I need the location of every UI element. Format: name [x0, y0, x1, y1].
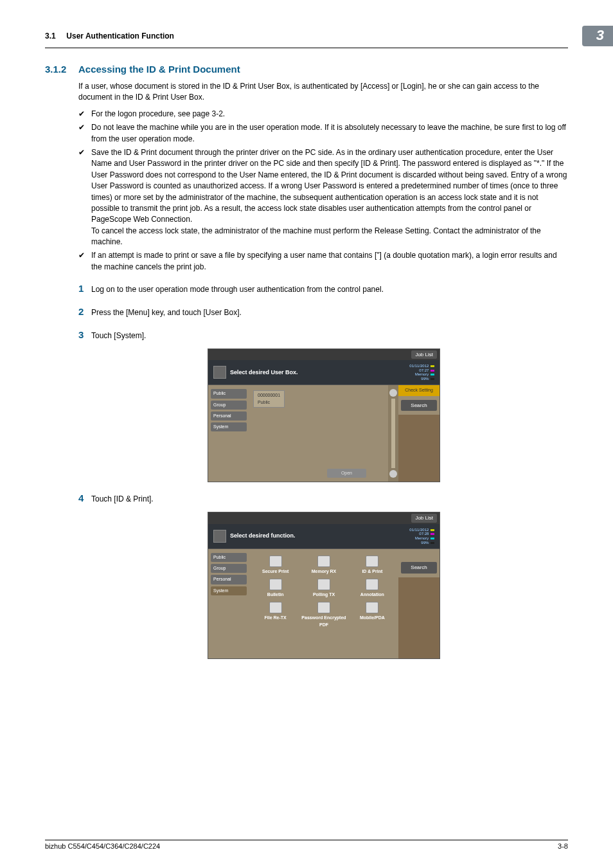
fn-file-re-tx[interactable]: File Re-TX: [253, 602, 298, 628]
page-footer: bizhub C554/C454/C364/C284/C224 3-8: [45, 840, 568, 850]
id-print-icon: [366, 556, 378, 567]
doc-icon: [213, 366, 226, 379]
search-button[interactable]: Search: [401, 400, 437, 411]
step-text: Touch [System].: [91, 330, 146, 341]
tab-group[interactable]: Group: [211, 401, 247, 410]
user-box-id: 000000001: [258, 393, 280, 397]
check-icon: ✔: [78, 147, 91, 248]
job-list-button[interactable]: Job List: [411, 350, 437, 359]
section-ref: 3.1: [45, 32, 56, 41]
check-setting-button[interactable]: Check Setting: [398, 385, 440, 395]
fn-id-print[interactable]: ID & Print: [350, 556, 395, 575]
doc-icon: [213, 530, 226, 543]
user-box-item[interactable]: 000000001 Public: [253, 390, 285, 407]
memory-value: 99%: [421, 541, 429, 545]
step-list-cont: 4Touch [ID & Print].: [78, 491, 568, 505]
time-label: 07:28: [419, 532, 429, 536]
scroll-down-icon[interactable]: [389, 470, 397, 478]
device-screenshot-2: Job List Select desired function. 01/11/…: [208, 512, 440, 659]
step-number: 1: [78, 282, 91, 296]
fn-memory-rx[interactable]: Memory RX: [301, 556, 346, 575]
open-button[interactable]: Open: [327, 469, 366, 478]
step-number: 2: [78, 305, 91, 319]
footer-model: bizhub C554/C454/C364/C284/C224: [45, 842, 160, 850]
bullet-text: Do not leave the machine while you are i…: [91, 122, 568, 145]
fn-polling-tx[interactable]: Polling TX: [301, 579, 346, 598]
chapter-badge: 3: [582, 26, 613, 46]
step-list: 1Log on to the user operation mode throu…: [78, 282, 568, 341]
user-box-name: Public: [258, 400, 270, 404]
fn-pwd-pdf[interactable]: Password Encrypted PDF: [301, 602, 346, 628]
memory-label: Memory: [415, 536, 429, 540]
tab-public[interactable]: Public: [211, 389, 247, 398]
job-list-button[interactable]: Job List: [411, 514, 437, 523]
bullet-text: Save the ID & Print document through the…: [91, 147, 568, 248]
polling-tx-icon: [317, 579, 330, 590]
check-icon: ✔: [78, 122, 91, 145]
secure-print-icon: [269, 556, 282, 567]
fn-bulletin[interactable]: Bulletin: [253, 579, 298, 598]
memory-label: Memory: [415, 372, 429, 376]
tab-system[interactable]: System: [211, 422, 247, 431]
search-button[interactable]: Search: [401, 562, 437, 574]
fn-mobile-pda[interactable]: Mobile/PDA: [350, 602, 395, 628]
file-re-tx-icon: [269, 602, 282, 613]
section-title-header: User Authentication Function: [66, 32, 174, 41]
step-number: 4: [78, 491, 91, 505]
bullet-list: ✔For the logon procedure, see page 3-2. …: [78, 109, 568, 273]
device-screenshot-1: Job List Select desired User Box. 01/11/…: [208, 348, 440, 483]
tab-group[interactable]: Group: [211, 564, 247, 573]
bullet-text: For the logon procedure, see page 3-2.: [91, 109, 225, 120]
tab-personal[interactable]: Personal: [211, 575, 247, 584]
date-label: 01/11/2012: [409, 528, 429, 532]
fn-annotation[interactable]: Annotation: [350, 579, 395, 598]
date-label: 01/11/2012: [409, 364, 429, 368]
fn-secure-print[interactable]: Secure Print: [253, 556, 298, 575]
check-icon: ✔: [78, 109, 91, 120]
bulletin-icon: [269, 579, 282, 590]
footer-page: 3-8: [558, 842, 568, 850]
memory-rx-icon: [317, 556, 330, 567]
mobile-pda-icon: [366, 602, 378, 613]
step-text: Touch [ID & Print].: [91, 494, 154, 505]
encrypted-pdf-icon: [317, 602, 330, 613]
bullet-text: If an attempt is made to print or save a…: [91, 250, 568, 273]
tab-system[interactable]: System: [211, 586, 247, 595]
step-text: Log on to the user operation mode throug…: [91, 284, 384, 295]
step-text: Press the [Menu] key, and touch [User Bo…: [91, 307, 242, 318]
step-number: 3: [78, 328, 91, 342]
tab-public[interactable]: Public: [211, 553, 247, 562]
intro-paragraph: If a user, whose document is stored in t…: [78, 81, 568, 104]
time-label: 07:27: [419, 368, 429, 372]
banner-text: Select desired User Box.: [230, 368, 409, 377]
subsection-number: 3.1.2: [45, 64, 78, 75]
annotation-icon: [366, 579, 378, 590]
memory-value: 99%: [421, 377, 429, 381]
scroll-track[interactable]: [391, 399, 395, 468]
subsection-title: Accessing the ID & Print Document: [78, 64, 240, 75]
scroll-up-icon[interactable]: [389, 389, 397, 397]
banner-text: Select desired function.: [230, 532, 409, 540]
tab-personal[interactable]: Personal: [211, 411, 247, 420]
page-header: 3.1 User Authentication Function 3: [45, 26, 568, 48]
check-icon: ✔: [78, 250, 91, 273]
